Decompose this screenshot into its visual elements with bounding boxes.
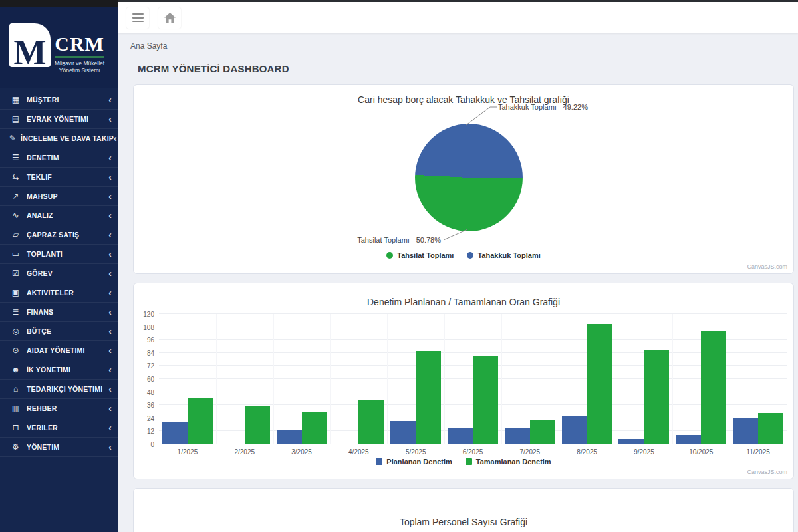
x-axis-tick-label: 4/2025 xyxy=(348,448,369,456)
x-axis-tick-label: 3/2025 xyxy=(291,448,312,456)
bar-planlanan-3-2025 xyxy=(277,430,302,444)
chevron-left-icon: ‹ xyxy=(108,307,112,317)
x-axis-tick-label: 11/2025 xyxy=(746,448,769,456)
legend-marker-icon xyxy=(376,458,382,465)
canvasjs-watermark[interactable]: CanvasJS.com xyxy=(747,263,787,270)
sidebar-item-analiz[interactable]: ∿ANALIZ‹ xyxy=(0,206,118,225)
chevron-left-icon: ‹ xyxy=(108,423,112,432)
sidebar-item-mahsup[interactable]: ↗MAHSUP‹ xyxy=(0,187,118,206)
personnel-chart-title: Toplam Personel Sayısı Grafiği xyxy=(134,489,793,527)
bar-chart-plot: 012243648607284961081201/20252/20253/202… xyxy=(159,314,787,444)
legend-marker-icon xyxy=(466,458,472,465)
x-axis-tick-label: 2/2025 xyxy=(234,448,255,456)
sidebar-item-label: ANALIZ xyxy=(27,211,108,219)
clipboard-icon: ✎ xyxy=(9,134,16,143)
pie-chart-card: Cari hesap borç alacak Tahakkuk ve Tahsi… xyxy=(133,84,794,274)
y-axis-tick-label: 0 xyxy=(134,441,154,448)
calendar-check-icon: ▣ xyxy=(9,288,22,297)
legend-marker-icon xyxy=(467,252,473,259)
legend-item-tahsilat-toplam[interactable]: Tahsilat Toplamı xyxy=(386,251,454,259)
bar-planlanan-9-2025 xyxy=(618,439,644,444)
sidebar-item-evrak-y-netimi[interactable]: ▤EVRAK YÖNETIMI‹ xyxy=(0,110,118,129)
sidebar-toggle-button[interactable] xyxy=(126,7,149,29)
gridline xyxy=(159,327,787,327)
chevron-left-icon: ‹ xyxy=(108,384,112,394)
list-icon: ☰ xyxy=(9,153,22,162)
hamburger-icon xyxy=(132,13,144,15)
plot-vertical-gridline xyxy=(387,314,388,444)
legend-item-tahakkuk-toplam[interactable]: Tahakkuk Toplamı xyxy=(467,251,540,259)
industry-icon: ▦ xyxy=(9,95,22,104)
legend-label: Planlanan Denetim xyxy=(386,458,452,466)
bar-tamamlanan-7-2025 xyxy=(530,420,555,444)
chevron-left-icon: ‹ xyxy=(108,114,112,124)
chevron-left-icon: ‹ xyxy=(108,153,112,162)
external-link-icon: ↗ xyxy=(9,192,22,201)
chevron-left-icon: ‹ xyxy=(108,404,112,413)
breadcrumb[interactable]: Ana Sayfa xyxy=(130,41,167,51)
y-axis-tick-label: 96 xyxy=(134,336,154,344)
legend-item-tamamlanan-denetim[interactable]: Tamamlanan Denetim xyxy=(466,458,551,466)
bar-chart-card: Denetim Planlanan / Tamamlanan Oran Graf… xyxy=(133,283,794,479)
sidebar-menu: ▦MÜŞTERI‹▤EVRAK YÖNETIMI‹✎İNCELEME VE DA… xyxy=(0,90,118,457)
x-axis-tick-label: 6/2025 xyxy=(463,448,483,456)
sidebar-item-label: ÇAPRAZ SATIŞ xyxy=(27,231,108,239)
x-axis-tick-label: 5/2025 xyxy=(406,448,426,456)
question-circle-icon: ⊙ xyxy=(9,346,22,355)
bar-tamamlanan-8-2025 xyxy=(587,324,612,444)
y-axis-tick-label: 108 xyxy=(134,324,154,331)
plot-vertical-gridline xyxy=(559,314,559,444)
chevron-left-icon: ‹ xyxy=(108,249,112,259)
breadcrumb-bar: Ana Sayfa xyxy=(118,33,798,54)
sidebar-item-label: VERILER xyxy=(27,424,108,432)
bar-tamamlanan-9-2025 xyxy=(644,350,669,444)
sidebar-item-i-nceleme-ve-dava-takip[interactable]: ✎İNCELEME VE DAVA TAKIP‹ xyxy=(0,129,118,148)
handshake-icon: ⇆ xyxy=(9,172,22,182)
home-icon xyxy=(164,13,176,23)
sidebar-item-veriler[interactable]: ⊟VERILER‹ xyxy=(0,418,118,438)
sidebar-item-toplanti[interactable]: ▭TOPLANTI‹ xyxy=(0,245,118,264)
sidebar-item-g-rev[interactable]: ☑GÖREV‹ xyxy=(0,264,118,283)
y-axis-tick-label: 120 xyxy=(134,311,154,318)
gridline xyxy=(159,313,787,314)
page-title: MCRM YÖNETİCİ DASHBOARD xyxy=(138,63,289,74)
sidebar-item-label: FINANS xyxy=(27,308,108,316)
bar-tamamlanan-10-2025 xyxy=(701,331,726,444)
canvasjs-watermark[interactable]: CanvasJS.com xyxy=(747,469,787,475)
plot-vertical-gridline xyxy=(672,314,673,444)
sidebar-item-y-netim[interactable]: ⚙YÖNETIM‹ xyxy=(0,438,118,457)
sidebar-item-i-k-y-netimi[interactable]: ☻İK YÖNETIMI‹ xyxy=(0,360,118,380)
address-book-icon: ▥ xyxy=(9,404,22,413)
sidebar-item-b-t-e[interactable]: ◎BÜTÇE‹ xyxy=(0,322,118,341)
home-button[interactable] xyxy=(158,7,181,29)
bar-planlanan-11-2025 xyxy=(733,418,758,444)
legend-label: Tahakkuk Toplamı xyxy=(477,251,540,259)
user-icon: ☻ xyxy=(9,365,22,374)
app-logo[interactable]: M CRM Müşavir ve Mükellef Yönetim Sistem… xyxy=(0,0,118,88)
sidebar-item-denetim[interactable]: ☰DENETIM‹ xyxy=(0,148,118,168)
y-axis-tick-label: 60 xyxy=(134,376,154,383)
sidebar-item-m-teri[interactable]: ▦MÜŞTERI‹ xyxy=(0,90,118,110)
sidebar-item-aktiviteler[interactable]: ▣AKTIVITELER‹ xyxy=(0,283,118,303)
chevron-left-icon: ‹ xyxy=(108,346,112,355)
sidebar-item-rehber[interactable]: ▥REHBER‹ xyxy=(0,399,118,418)
sidebar-item-label: AKTIVITELER xyxy=(27,289,108,297)
plot-vertical-gridline xyxy=(444,314,445,444)
y-axis-tick-label: 12 xyxy=(134,428,154,435)
sidebar-item-teklif[interactable]: ⇆TEKLIF‹ xyxy=(0,168,118,187)
chevron-left-icon: ‹ xyxy=(108,95,112,104)
sidebar-item-aidat-y-netimi[interactable]: ⊙AIDAT YÖNETIMI‹ xyxy=(0,341,118,360)
plot-vertical-gridline xyxy=(501,314,502,444)
sidebar-item-apraz-sati[interactable]: ▱ÇAPRAZ SATIŞ‹ xyxy=(0,225,118,245)
folder-icon: ▱ xyxy=(9,230,22,239)
sidebar-item-tedarik-i-y-netimi[interactable]: ⌂TEDARIKÇI YÖNETIMI‹ xyxy=(0,380,118,399)
y-axis-tick-label: 36 xyxy=(134,402,154,409)
pie-callout-tahakkuk: Tahakkuk Toplamı - 49.22% xyxy=(498,103,588,111)
pie-legend: Tahsilat ToplamıTahakkuk Toplamı xyxy=(134,251,793,259)
personnel-chart-card: Toplam Personel Sayısı Grafiği xyxy=(133,488,794,532)
sidebar-item-finans[interactable]: ≣FINANS‹ xyxy=(0,303,118,322)
y-axis-tick-label: 84 xyxy=(134,350,154,357)
y-axis-tick-label: 72 xyxy=(134,362,154,370)
logo-divider xyxy=(55,56,104,58)
legend-item-planlanan-denetim[interactable]: Planlanan Denetim xyxy=(376,458,452,466)
